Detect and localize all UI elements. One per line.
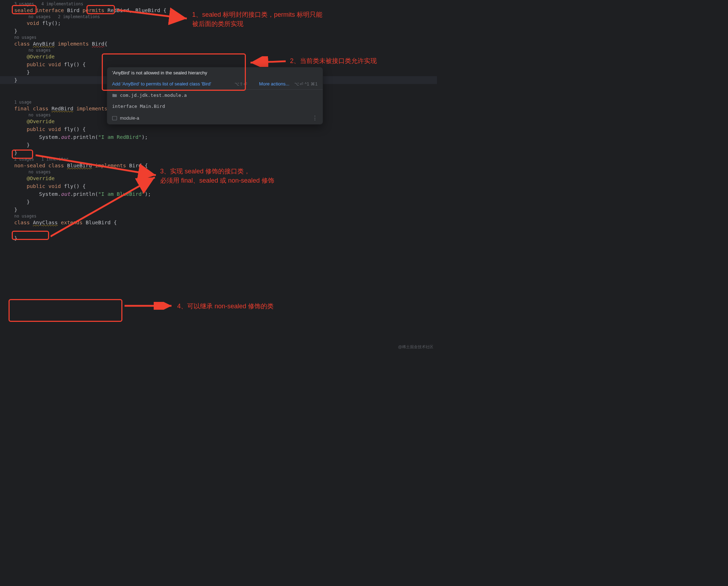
type-name: Bird <box>129 163 142 168</box>
annotation-override: @Override <box>27 54 55 59</box>
annotation-override: @Override <box>27 176 55 181</box>
code-text: ); <box>142 134 148 140</box>
interface-row[interactable]: interface Main.Bird <box>107 101 323 112</box>
code-text: () { <box>73 126 86 132</box>
error-popup[interactable]: 'AnyBird' is not allowed in the sealed h… <box>107 67 323 125</box>
error-message: 'AnyBird' is not allowed in the sealed h… <box>107 67 323 78</box>
usage-hint: no usages <box>0 35 437 40</box>
code-line[interactable]: } <box>0 141 437 149</box>
brace: { <box>114 220 117 225</box>
watermark: @稀土掘金技术社区 <box>398 344 433 350</box>
shortcut-hint: ⌥⏎ ^1 ⌘1 <box>294 82 318 87</box>
brace: } <box>14 77 17 83</box>
keyword-void: void <box>48 183 61 189</box>
package-name: com.jd.jdk.test.module.a <box>120 93 187 98</box>
code-line[interactable]: class AnyClass extends BlueBird { <box>0 219 437 226</box>
method-name: fly <box>64 183 73 189</box>
code-line[interactable]: } <box>0 234 437 242</box>
package-row[interactable]: com.jd.jdk.test.module.a <box>107 90 323 101</box>
code-line[interactable]: public void fly() { <box>0 125 437 133</box>
class-name: AnyBird <box>33 41 54 47</box>
keyword-void: void <box>27 20 39 26</box>
usage-hint: 2 usages 1 inheritor <box>0 157 437 162</box>
method-name: fly <box>64 126 73 132</box>
keyword-nonsealed: non-sealed <box>14 163 45 168</box>
string-literal: "I am BlueBird" <box>98 191 145 197</box>
code-text: RedBird, BlueBird { <box>104 7 167 13</box>
keyword-void: void <box>48 62 61 67</box>
field-out: out <box>61 134 70 140</box>
arrow-icon <box>125 302 174 310</box>
brace: } <box>27 199 30 205</box>
brace: { <box>104 41 107 47</box>
code-line[interactable]: } <box>0 206 437 214</box>
keyword-class: class <box>33 106 48 111</box>
class-name: AnyClass <box>33 220 58 225</box>
brace: } <box>27 142 30 148</box>
class-name: RedBird <box>52 106 73 111</box>
highlight-box-anyclass <box>9 299 122 322</box>
annotation-3: 3、实现 sealed 修饰的接口类， 必须用 final、sealed 或 n… <box>160 167 274 185</box>
kebab-icon[interactable]: ⋮ <box>312 115 318 121</box>
keyword-extends: extends <box>61 220 83 225</box>
interface-label: interface Main.Bird <box>112 104 165 109</box>
keyword-permits: permits <box>83 7 104 13</box>
keyword-implements: implements <box>95 163 126 168</box>
keyword-sealed: sealed <box>14 7 33 13</box>
quickfix-link[interactable]: Add 'AnyBird' to permits list of sealed … <box>112 81 211 87</box>
module-name: module-a <box>120 115 139 121</box>
class-name: BlueBird <box>67 163 92 168</box>
brace: } <box>14 235 17 241</box>
code-line[interactable]: System.out.println("I am RedBird"); <box>0 133 437 141</box>
module-icon <box>112 116 117 121</box>
keyword-class: class <box>14 41 30 47</box>
brace: } <box>27 69 30 75</box>
error-type: Bird <box>92 41 104 47</box>
folder-icon <box>112 93 117 98</box>
quickfix-row[interactable]: Add 'AnyBird' to permits list of sealed … <box>107 78 323 89</box>
code-line[interactable]: class AnyBird implements Bird{ <box>0 40 437 48</box>
keyword-class: class <box>14 220 30 225</box>
module-row[interactable]: module-a ⋮ <box>107 112 323 124</box>
code-text: () { <box>73 183 86 189</box>
code-line[interactable]: } <box>0 198 437 206</box>
keyword-public: public <box>27 126 45 132</box>
code-text: ); <box>145 191 151 197</box>
brace: { <box>145 163 148 168</box>
method-name: fly <box>64 62 73 67</box>
keyword-implements: implements <box>58 41 89 47</box>
keyword-class: class <box>48 163 64 168</box>
code-text: .println( <box>70 191 98 197</box>
brace: } <box>14 28 17 34</box>
code-line[interactable]: } <box>0 149 437 157</box>
blank-line[interactable] <box>0 226 437 234</box>
keyword-void: void <box>48 126 61 132</box>
keyword-final: final <box>14 106 30 111</box>
annotation-1: 1、sealed 标明封闭接口类，permits 标明只能 被后面的类所实现 <box>192 10 322 28</box>
usage-hint: 3 usages 4 implementations <box>0 1 437 6</box>
keyword-public: public <box>27 183 45 189</box>
code-line[interactable]: System.out.println("I am BlueBird"); <box>0 190 437 198</box>
field-out: out <box>61 191 70 197</box>
method-name: fly <box>42 20 52 26</box>
keyword-implements: implements <box>77 106 107 111</box>
code-text: (); <box>52 20 61 26</box>
annotation-4: 4、可以继承 non-sealed 修饰的类 <box>177 302 274 311</box>
string-literal: "I am RedBird" <box>98 134 142 140</box>
more-actions-link[interactable]: More actions... <box>259 81 289 87</box>
code-text: .println( <box>70 134 98 140</box>
code-text: System. <box>39 134 61 140</box>
brace: } <box>14 207 17 213</box>
keyword-public: public <box>27 62 45 67</box>
annotation-override: @Override <box>27 119 55 124</box>
usage-hint: no usages <box>0 214 437 219</box>
shortcut-hint: ⌥⇧⏎ <box>234 82 247 87</box>
usage-hint: no usages <box>0 48 437 53</box>
brace: } <box>14 150 17 156</box>
svg-rect-0 <box>112 116 117 120</box>
type-name: BlueBird <box>86 220 111 225</box>
identifier: Bird <box>67 7 79 13</box>
code-text: () { <box>73 62 86 67</box>
keyword-interface: interface <box>36 7 64 13</box>
code-text: System. <box>39 191 61 197</box>
